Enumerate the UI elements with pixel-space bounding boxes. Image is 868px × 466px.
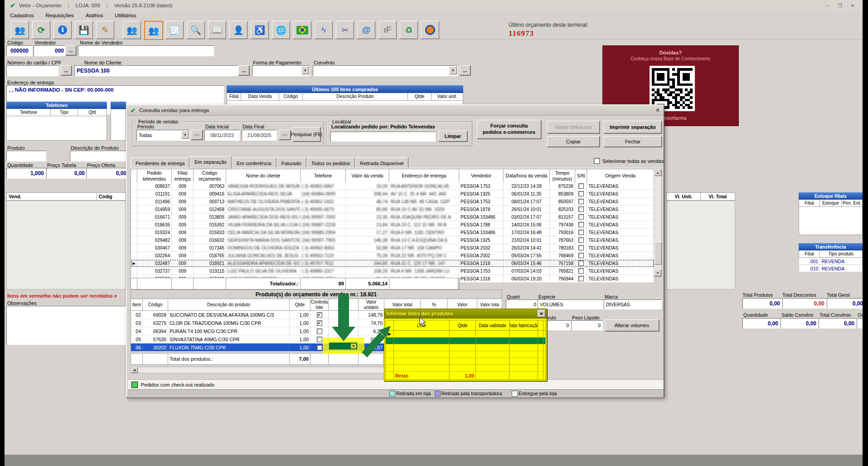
sales-column-header[interactable]: Vendedor bbox=[459, 169, 504, 183]
tab-em-conferência[interactable]: Em conferência bbox=[232, 157, 276, 168]
sales-column-header[interactable]: Telefone bbox=[301, 169, 346, 183]
catalog-book-icon[interactable]: 📖 bbox=[208, 21, 226, 39]
descricao-produto-field[interactable] bbox=[70, 151, 127, 162]
tab-pendentes-de-entrega[interactable]: Pendentes de entrega bbox=[131, 157, 189, 168]
sn-checkbox[interactable] bbox=[578, 268, 584, 274]
periodo-dropdown-icon[interactable]: ▼ bbox=[181, 131, 189, 139]
sn-checkbox[interactable] bbox=[578, 191, 584, 196]
menu-item-atalhos[interactable]: Atalhos bbox=[86, 13, 103, 18]
clients-active-icon[interactable]: 👥 bbox=[144, 21, 163, 40]
sales-column-header[interactable]: Nome do cliente bbox=[226, 169, 301, 183]
sales-column-header[interactable]: Endereço de entrega bbox=[389, 169, 459, 183]
sn-checkbox[interactable] bbox=[578, 183, 584, 189]
sn-checkbox[interactable] bbox=[578, 253, 584, 258]
save-icon[interactable]: 💾 bbox=[75, 21, 93, 39]
brazil-flag-icon[interactable] bbox=[293, 21, 311, 39]
recycle-icon[interactable]: ♻ bbox=[400, 21, 418, 39]
scroll-down-icon[interactable]: ▼ bbox=[654, 270, 661, 276]
info-icon[interactable]: ℹ bbox=[53, 21, 72, 39]
sales-row[interactable]: 016671009013805JANIO APARECIDA DOS REIS … bbox=[131, 213, 654, 221]
nome-vendedor-field[interactable] bbox=[78, 45, 214, 56]
products-column-header[interactable]: Lotes bbox=[329, 299, 359, 311]
sales-row[interactable]: 008637009007063VANESSA RODRIGUES DE MOUR… bbox=[131, 182, 654, 190]
lot-row[interactable] bbox=[386, 365, 545, 372]
lotes-dropdown-icon[interactable]: ▼ bbox=[351, 343, 356, 348]
produto-field[interactable] bbox=[6, 151, 46, 162]
periodo-select[interactable]: Todas ▼ bbox=[136, 130, 190, 141]
products-column-header[interactable]: Descrição do produto bbox=[168, 299, 290, 311]
sn-checkbox[interactable] bbox=[578, 276, 584, 281]
bruto-field[interactable]: 0 bbox=[544, 320, 571, 330]
sn-checkbox[interactable] bbox=[578, 222, 584, 227]
at-sign-icon[interactable]: @ bbox=[357, 21, 375, 39]
pesquisar-button[interactable]: Pesquisar (F6) bbox=[292, 127, 320, 142]
person-icon[interactable]: 👤 bbox=[229, 21, 247, 39]
imprimir-separacao-button[interactable]: Imprimir separação bbox=[604, 121, 662, 133]
dialog-title-bar[interactable]: ✔ Consulta vendas para entrega ✕ bbox=[127, 105, 664, 116]
menu-item-requisições[interactable]: Requisições bbox=[45, 13, 74, 18]
controla-lote-checkbox[interactable]: ✓ bbox=[317, 312, 322, 318]
lot-popup-title-bar[interactable]: Informar lotes dos produtos ✕ bbox=[384, 309, 547, 319]
sn-checkbox[interactable] bbox=[578, 245, 584, 250]
vendedor-field[interactable]: 000 bbox=[34, 45, 66, 56]
tab-todos-os-pedidos[interactable]: Todos os pedidos bbox=[306, 157, 355, 168]
convenio-lookup-button[interactable]: ... bbox=[460, 65, 470, 75]
sales-column-header[interactable]: Pedido televendas bbox=[137, 169, 172, 183]
forma-pagamento-dropdown-icon[interactable]: ▼ bbox=[301, 66, 309, 74]
convenio-select[interactable]: ▼ bbox=[313, 65, 458, 76]
scroll-up-icon[interactable]: ▲ bbox=[654, 169, 661, 176]
sales-column-header[interactable] bbox=[131, 169, 137, 183]
quantidade-field[interactable]: 1,000 bbox=[6, 168, 47, 179]
sn-checkbox[interactable] bbox=[578, 206, 584, 212]
sales-row[interactable]: 032264009018765JULIANA GONCALVES DE JESU… bbox=[131, 252, 654, 260]
menu-item-cadastros[interactable]: Cadastros bbox=[10, 13, 34, 18]
sales-row[interactable]: 032737009019115LUIZ PAULO SILVA DE OLIVE… bbox=[131, 267, 654, 275]
especie-field[interactable]: VOLUMES bbox=[538, 299, 606, 309]
copiar-button[interactable]: Copiar bbox=[547, 136, 600, 147]
sales-vscrollbar[interactable]: ▲ ▼ bbox=[654, 169, 662, 277]
scissors-icon[interactable]: ✂ bbox=[336, 21, 354, 39]
cartao-lookup-button[interactable]: ... bbox=[61, 65, 72, 75]
sales-column-header[interactable]: Código orçamento bbox=[194, 169, 226, 183]
products-column-header[interactable]: Código bbox=[143, 299, 168, 311]
sn-checkbox[interactable] bbox=[578, 199, 584, 204]
controla-lote-checkbox[interactable] bbox=[317, 329, 322, 334]
clients-group-icon[interactable]: 👥 bbox=[123, 21, 141, 39]
products-column-header[interactable]: Valor unitário bbox=[359, 299, 384, 311]
localizar-input[interactable] bbox=[330, 132, 436, 142]
limpar-button[interactable]: Limpar bbox=[438, 131, 467, 142]
tab-retirada-disponível[interactable]: Retirada Disponível bbox=[355, 157, 408, 168]
sales-row[interactable]: 011496009009713MATHEUS DE OLIVEIRA PIMEN… bbox=[131, 198, 654, 206]
next-period-button[interactable]: >> bbox=[279, 130, 291, 140]
sn-checkbox[interactable] bbox=[578, 237, 584, 243]
iniciar-checkout-button[interactable]: Iniciar check-out bbox=[547, 121, 600, 133]
maximize-button[interactable]: ❐ bbox=[834, 2, 846, 9]
alterar-volumes-button[interactable]: Alterar volumes bbox=[605, 319, 659, 331]
codigo-field[interactable]: 000000 bbox=[6, 45, 33, 56]
controla-lote-checkbox[interactable]: ✓ bbox=[317, 320, 322, 326]
select-all-checkbox[interactable] bbox=[594, 158, 600, 164]
transfer-row[interactable]: 001REVENDA bbox=[799, 258, 863, 265]
sales-column-header[interactable]: Data/hora da venda bbox=[504, 169, 550, 183]
menu-item-utilitários[interactable]: Utilitários bbox=[115, 13, 136, 18]
products-column-header[interactable]: Qtde bbox=[290, 299, 310, 311]
tab-faturado[interactable]: Faturado bbox=[276, 157, 306, 168]
lot-row[interactable] bbox=[386, 351, 545, 358]
dialog-close-icon[interactable]: ✕ bbox=[655, 107, 660, 113]
edit-pencil-icon[interactable]: ✎ bbox=[96, 21, 114, 39]
minimize-button[interactable]: ─ bbox=[821, 2, 834, 9]
sn-checkbox[interactable] bbox=[578, 214, 584, 220]
lot-row[interactable] bbox=[386, 344, 545, 351]
if-logo-icon[interactable]: ıF bbox=[378, 21, 397, 39]
sales-column-header[interactable]: Filial entrega bbox=[172, 169, 194, 183]
sn-checkbox[interactable] bbox=[578, 260, 584, 266]
accessibility-icon[interactable]: ♿ bbox=[251, 21, 269, 39]
data-final-field[interactable]: 21/08/2025 bbox=[242, 130, 277, 141]
sales-row[interactable]: 019324009015933CELIA MARCIA DA SILVA MOR… bbox=[131, 229, 654, 236]
sales-row[interactable]: 029482009016632GERSONITA MARIA DOS SANTO… bbox=[131, 236, 654, 244]
nome-cliente-field[interactable]: PESSOA 100 bbox=[74, 65, 238, 76]
globe-orange-icon[interactable] bbox=[421, 21, 439, 39]
peso-liquido-field[interactable]: 0 bbox=[571, 320, 603, 330]
fechar-button[interactable]: Fechar bbox=[604, 136, 662, 147]
web-globe-icon[interactable]: 🌐 bbox=[272, 21, 290, 39]
